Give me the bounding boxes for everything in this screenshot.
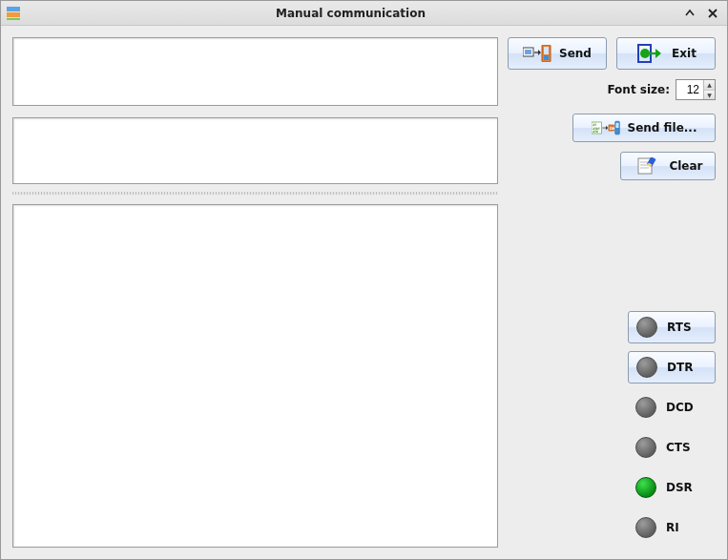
- right-pane: Send Exit Font size:: [508, 37, 716, 548]
- echo-output[interactable]: [12, 117, 498, 184]
- exit-label: Exit: [672, 47, 697, 60]
- font-size-row: Font size: ▲ ▼: [508, 79, 716, 100]
- svg-rect-14: [615, 123, 618, 128]
- window: Manual communication: [0, 0, 728, 560]
- clear-label: Clear: [669, 159, 702, 173]
- signal-cts: CTS: [628, 431, 716, 464]
- clear-button[interactable]: Clear: [620, 152, 716, 180]
- svg-point-6: [640, 49, 650, 58]
- window-title: Manual communication: [26, 7, 676, 20]
- clear-icon: [633, 156, 661, 176]
- chevron-up-icon: [684, 8, 696, 19]
- signal-rts[interactable]: RTS: [628, 311, 716, 343]
- font-size-label: Font size:: [607, 83, 670, 96]
- font-size-down[interactable]: ▼: [704, 91, 715, 100]
- signal-label: RTS: [667, 321, 692, 334]
- svg-rect-1: [525, 50, 531, 54]
- svg-text:ATH: ATH: [593, 130, 598, 134]
- close-button[interactable]: [704, 5, 721, 22]
- command-input[interactable]: [12, 37, 498, 106]
- svg-rect-3: [544, 47, 549, 54]
- signal-lamp-icon: [636, 357, 657, 378]
- font-size-up[interactable]: ▲: [704, 80, 715, 91]
- content: Send Exit Font size:: [1, 26, 727, 559]
- exit-icon: [635, 44, 664, 63]
- send-file-button[interactable]: AT ATDT ATH OK Send file...: [572, 114, 716, 142]
- splitter[interactable]: [12, 192, 498, 195]
- signal-dcd: DCD: [628, 391, 716, 424]
- svg-rect-4: [544, 55, 549, 60]
- signal-lamp-icon: [636, 317, 657, 338]
- signal-lamp-icon: [635, 397, 656, 418]
- send-file-label: Send file...: [628, 121, 697, 135]
- close-icon: [707, 8, 718, 19]
- font-size-input[interactable]: [676, 80, 703, 99]
- signal-dsr: DSR: [628, 471, 716, 504]
- minimize-button[interactable]: [681, 5, 698, 22]
- send-button[interactable]: Send: [508, 37, 607, 70]
- send-label: Send: [559, 47, 592, 60]
- signal-label: CTS: [666, 441, 691, 454]
- signal-lamp-icon: [635, 517, 656, 538]
- send-file-icon: AT ATDT ATH OK: [592, 118, 620, 137]
- left-pane: [12, 37, 498, 548]
- log-output[interactable]: [12, 204, 498, 548]
- font-size-stepper[interactable]: ▲ ▼: [676, 79, 716, 100]
- signal-indicators: RTSDTRDCDCTSDSRRI: [508, 311, 716, 548]
- exit-button[interactable]: Exit: [616, 37, 716, 70]
- signal-dtr[interactable]: DTR: [628, 351, 716, 384]
- titlebar: Manual communication: [1, 1, 727, 26]
- send-icon: [523, 44, 551, 63]
- signal-ri: RI: [628, 511, 716, 544]
- signal-label: DTR: [667, 361, 693, 374]
- signal-label: DCD: [666, 401, 694, 414]
- signal-label: DSR: [666, 481, 693, 494]
- signal-lamp-icon: [635, 477, 656, 498]
- signal-label: RI: [666, 521, 679, 534]
- app-icon: [7, 7, 20, 20]
- signal-lamp-icon: [635, 437, 656, 458]
